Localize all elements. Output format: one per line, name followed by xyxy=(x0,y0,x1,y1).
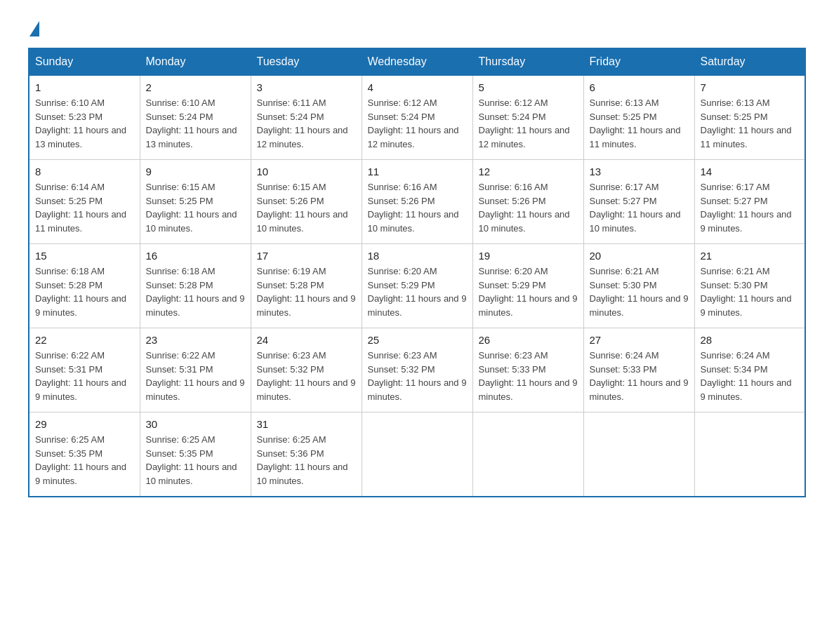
day-info: Sunrise: 6:25 AMSunset: 5:35 PMDaylight:… xyxy=(35,433,134,488)
day-number: 22 xyxy=(35,334,134,346)
calendar-table: SundayMondayTuesdayWednesdayThursdayFrid… xyxy=(28,48,806,497)
calendar-cell: 29Sunrise: 6:25 AMSunset: 5:35 PMDayligh… xyxy=(29,412,140,497)
header-wednesday: Wednesday xyxy=(362,48,472,76)
day-number: 25 xyxy=(368,334,467,346)
calendar-cell: 6Sunrise: 6:13 AMSunset: 5:25 PMDaylight… xyxy=(583,76,694,160)
day-info: Sunrise: 6:23 AMSunset: 5:32 PMDaylight:… xyxy=(257,349,356,403)
day-info: Sunrise: 6:20 AMSunset: 5:29 PMDaylight:… xyxy=(368,264,467,319)
day-info: Sunrise: 6:18 AMSunset: 5:28 PMDaylight:… xyxy=(35,264,134,319)
day-info: Sunrise: 6:24 AMSunset: 5:33 PMDaylight:… xyxy=(590,349,689,403)
day-number: 9 xyxy=(146,166,245,177)
day-number: 21 xyxy=(701,250,800,262)
day-number: 31 xyxy=(257,418,356,430)
logo-triangle-icon xyxy=(29,21,39,36)
calendar-cell: 27Sunrise: 6:24 AMSunset: 5:33 PMDayligh… xyxy=(583,328,694,412)
day-number: 18 xyxy=(368,250,467,262)
calendar-cell: 5Sunrise: 6:12 AMSunset: 5:24 PMDaylight… xyxy=(472,76,583,160)
day-number: 19 xyxy=(479,250,578,262)
day-number: 12 xyxy=(479,166,578,177)
calendar-cell: 26Sunrise: 6:23 AMSunset: 5:33 PMDayligh… xyxy=(472,328,583,412)
calendar-cell: 20Sunrise: 6:21 AMSunset: 5:30 PMDayligh… xyxy=(583,244,694,328)
calendar-cell: 31Sunrise: 6:25 AMSunset: 5:36 PMDayligh… xyxy=(251,412,362,497)
day-info: Sunrise: 6:16 AMSunset: 5:26 PMDaylight:… xyxy=(479,180,578,235)
calendar-cell: 30Sunrise: 6:25 AMSunset: 5:35 PMDayligh… xyxy=(140,412,251,497)
day-info: Sunrise: 6:12 AMSunset: 5:24 PMDaylight:… xyxy=(368,96,467,151)
calendar-cell: 23Sunrise: 6:22 AMSunset: 5:31 PMDayligh… xyxy=(140,328,251,412)
day-number: 27 xyxy=(590,334,689,346)
day-info: Sunrise: 6:11 AMSunset: 5:24 PMDaylight:… xyxy=(257,96,356,151)
day-info: Sunrise: 6:15 AMSunset: 5:25 PMDaylight:… xyxy=(146,180,245,235)
calendar-week-row: 1Sunrise: 6:10 AMSunset: 5:23 PMDaylight… xyxy=(29,76,805,160)
calendar-cell: 2Sunrise: 6:10 AMSunset: 5:24 PMDaylight… xyxy=(140,76,251,160)
day-info: Sunrise: 6:13 AMSunset: 5:25 PMDaylight:… xyxy=(701,96,800,151)
header-sunday: Sunday xyxy=(29,48,140,76)
calendar-header-row: SundayMondayTuesdayWednesdayThursdayFrid… xyxy=(29,48,805,76)
day-number: 7 xyxy=(701,81,800,93)
calendar-cell: 14Sunrise: 6:17 AMSunset: 5:27 PMDayligh… xyxy=(694,160,805,244)
day-number: 5 xyxy=(479,81,578,93)
day-number: 10 xyxy=(257,166,356,177)
calendar-cell: 10Sunrise: 6:15 AMSunset: 5:26 PMDayligh… xyxy=(251,160,362,244)
calendar-cell: 3Sunrise: 6:11 AMSunset: 5:24 PMDaylight… xyxy=(251,76,362,160)
header-saturday: Saturday xyxy=(694,48,805,76)
day-info: Sunrise: 6:13 AMSunset: 5:25 PMDaylight:… xyxy=(590,96,689,151)
day-info: Sunrise: 6:20 AMSunset: 5:29 PMDaylight:… xyxy=(479,264,578,319)
calendar-cell: 21Sunrise: 6:21 AMSunset: 5:30 PMDayligh… xyxy=(694,244,805,328)
day-info: Sunrise: 6:19 AMSunset: 5:28 PMDaylight:… xyxy=(257,264,356,319)
header-monday: Monday xyxy=(140,48,251,76)
calendar-cell: 17Sunrise: 6:19 AMSunset: 5:28 PMDayligh… xyxy=(251,244,362,328)
day-number: 4 xyxy=(368,81,467,93)
calendar-cell: 25Sunrise: 6:23 AMSunset: 5:32 PMDayligh… xyxy=(362,328,472,412)
calendar-cell: 15Sunrise: 6:18 AMSunset: 5:28 PMDayligh… xyxy=(29,244,140,328)
day-info: Sunrise: 6:21 AMSunset: 5:30 PMDaylight:… xyxy=(701,264,800,319)
calendar-cell xyxy=(583,412,694,497)
calendar-cell xyxy=(362,412,472,497)
calendar-cell: 16Sunrise: 6:18 AMSunset: 5:28 PMDayligh… xyxy=(140,244,251,328)
calendar-cell: 7Sunrise: 6:13 AMSunset: 5:25 PMDaylight… xyxy=(694,76,805,160)
page-header xyxy=(28,21,806,34)
day-info: Sunrise: 6:22 AMSunset: 5:31 PMDaylight:… xyxy=(35,349,134,403)
day-number: 28 xyxy=(701,334,800,346)
day-number: 20 xyxy=(590,250,689,262)
day-number: 8 xyxy=(35,166,134,177)
calendar-cell: 24Sunrise: 6:23 AMSunset: 5:32 PMDayligh… xyxy=(251,328,362,412)
calendar-cell: 13Sunrise: 6:17 AMSunset: 5:27 PMDayligh… xyxy=(583,160,694,244)
day-number: 13 xyxy=(590,166,689,177)
calendar-week-row: 29Sunrise: 6:25 AMSunset: 5:35 PMDayligh… xyxy=(29,412,805,497)
day-number: 2 xyxy=(146,81,245,93)
day-number: 29 xyxy=(35,418,134,430)
calendar-cell: 4Sunrise: 6:12 AMSunset: 5:24 PMDaylight… xyxy=(362,76,472,160)
calendar-cell: 11Sunrise: 6:16 AMSunset: 5:26 PMDayligh… xyxy=(362,160,472,244)
day-info: Sunrise: 6:25 AMSunset: 5:35 PMDaylight:… xyxy=(146,433,245,488)
calendar-cell: 19Sunrise: 6:20 AMSunset: 5:29 PMDayligh… xyxy=(472,244,583,328)
day-number: 11 xyxy=(368,166,467,177)
day-info: Sunrise: 6:17 AMSunset: 5:27 PMDaylight:… xyxy=(590,180,689,235)
day-info: Sunrise: 6:24 AMSunset: 5:34 PMDaylight:… xyxy=(701,349,800,403)
calendar-cell: 18Sunrise: 6:20 AMSunset: 5:29 PMDayligh… xyxy=(362,244,472,328)
day-number: 1 xyxy=(35,81,134,93)
day-info: Sunrise: 6:23 AMSunset: 5:32 PMDaylight:… xyxy=(368,349,467,403)
day-info: Sunrise: 6:18 AMSunset: 5:28 PMDaylight:… xyxy=(146,264,245,319)
calendar-week-row: 8Sunrise: 6:14 AMSunset: 5:25 PMDaylight… xyxy=(29,160,805,244)
day-info: Sunrise: 6:15 AMSunset: 5:26 PMDaylight:… xyxy=(257,180,356,235)
calendar-cell: 12Sunrise: 6:16 AMSunset: 5:26 PMDayligh… xyxy=(472,160,583,244)
calendar-cell: 22Sunrise: 6:22 AMSunset: 5:31 PMDayligh… xyxy=(29,328,140,412)
day-info: Sunrise: 6:23 AMSunset: 5:33 PMDaylight:… xyxy=(479,349,578,403)
day-info: Sunrise: 6:22 AMSunset: 5:31 PMDaylight:… xyxy=(146,349,245,403)
day-number: 26 xyxy=(479,334,578,346)
header-thursday: Thursday xyxy=(472,48,583,76)
day-info: Sunrise: 6:17 AMSunset: 5:27 PMDaylight:… xyxy=(701,180,800,235)
day-number: 6 xyxy=(590,81,689,93)
day-info: Sunrise: 6:10 AMSunset: 5:23 PMDaylight:… xyxy=(35,96,134,151)
day-number: 23 xyxy=(146,334,245,346)
calendar-cell xyxy=(694,412,805,497)
calendar-cell: 9Sunrise: 6:15 AMSunset: 5:25 PMDaylight… xyxy=(140,160,251,244)
header-tuesday: Tuesday xyxy=(251,48,362,76)
day-info: Sunrise: 6:14 AMSunset: 5:25 PMDaylight:… xyxy=(35,180,134,235)
calendar-cell: 8Sunrise: 6:14 AMSunset: 5:25 PMDaylight… xyxy=(29,160,140,244)
day-number: 15 xyxy=(35,250,134,262)
day-number: 30 xyxy=(146,418,245,430)
day-info: Sunrise: 6:21 AMSunset: 5:30 PMDaylight:… xyxy=(590,264,689,319)
logo xyxy=(28,21,39,34)
day-info: Sunrise: 6:25 AMSunset: 5:36 PMDaylight:… xyxy=(257,433,356,488)
